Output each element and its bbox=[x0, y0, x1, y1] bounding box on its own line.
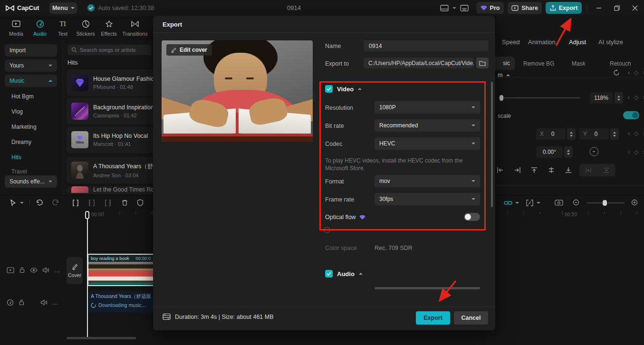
align-left-icon[interactable] bbox=[497, 167, 504, 173]
zoom-slider-handle[interactable] bbox=[603, 200, 607, 206]
x-stepper[interactable] bbox=[567, 128, 576, 140]
sidebar-item-vlog[interactable]: Vlog bbox=[11, 108, 23, 115]
close-button[interactable] bbox=[628, 0, 642, 16]
distribute-horizontal-icon[interactable] bbox=[585, 167, 592, 173]
sidebar-item-hot-bgm[interactable]: Hot Bgm bbox=[11, 93, 34, 100]
lock-icon[interactable] bbox=[19, 267, 25, 273]
scale-toggle[interactable] bbox=[623, 111, 639, 119]
sidebar-item-dreamy[interactable]: Dreamy bbox=[11, 139, 31, 145]
split-icon[interactable] bbox=[72, 200, 79, 206]
preview-axis-icon[interactable] bbox=[555, 200, 563, 206]
sidebar-item-music[interactable]: Music bbox=[5, 75, 57, 87]
section-collapse-icon[interactable] bbox=[506, 74, 510, 76]
framerate-select[interactable]: 30fps bbox=[375, 193, 480, 205]
browse-folder-button[interactable] bbox=[476, 58, 489, 68]
align-center-horizontal-icon[interactable] bbox=[548, 167, 555, 173]
codec-select[interactable]: HEVC bbox=[375, 137, 480, 150]
sidebar-item-yours[interactable]: Yours bbox=[5, 59, 57, 72]
zoom-in-icon[interactable] bbox=[631, 199, 638, 206]
tab-ai-stylize[interactable]: AI stylize bbox=[598, 38, 623, 46]
lock-icon[interactable] bbox=[19, 299, 25, 306]
preview-snap-icon[interactable] bbox=[526, 200, 534, 206]
video-clip[interactable]: boy reading a book 00:00:0 bbox=[87, 254, 154, 286]
undo-icon[interactable] bbox=[36, 199, 43, 206]
tab-adjust[interactable]: Adjust bbox=[569, 38, 586, 46]
music-track-item[interactable]: Vitine Its Hip Hop No Vocal Marscott · 0… bbox=[67, 126, 160, 153]
rotation-stepper[interactable] bbox=[564, 146, 573, 158]
resolution-select[interactable]: 1080P bbox=[375, 101, 480, 114]
eye-icon[interactable] bbox=[30, 268, 38, 273]
align-right-icon[interactable] bbox=[514, 167, 521, 173]
keyframe-nav[interactable]: ‹ ◇ › bbox=[628, 69, 644, 76]
position-y-field[interactable]: Y 0 bbox=[579, 128, 609, 140]
audio-checkbox[interactable] bbox=[325, 270, 333, 278]
export-path-field[interactable]: C:/Users/HP/AppData/Local/CapCut/Vide... bbox=[364, 58, 474, 68]
tab-audio[interactable]: Audio bbox=[28, 19, 52, 37]
subtab-mask[interactable]: Mask bbox=[572, 60, 586, 67]
tab-speed[interactable]: Speed bbox=[502, 38, 520, 46]
sidebar-item-import[interactable]: Import bbox=[5, 44, 57, 57]
music-track-item[interactable]: Let the Good Times Roll bbox=[67, 186, 160, 194]
subtab-remove-bg[interactable]: Remove BG bbox=[523, 60, 554, 67]
music-track-item[interactable]: A Thousand Years（舒适版） Andree Son · 03:04 bbox=[67, 157, 160, 183]
select-tool-chevron-icon[interactable] bbox=[20, 202, 24, 204]
position-x-field[interactable]: X 0 bbox=[536, 128, 566, 140]
rotation-dial-icon[interactable] bbox=[589, 146, 599, 157]
sidebar-item-marketing[interactable]: Marketing bbox=[11, 124, 37, 130]
reset-icon[interactable] bbox=[613, 69, 620, 77]
align-bottom-icon[interactable] bbox=[565, 167, 572, 173]
format-select[interactable]: mov bbox=[375, 175, 480, 187]
sidebar-item-travel[interactable]: Travel bbox=[11, 168, 27, 175]
music-track-item[interactable]: Background Inspiration M Cassiopeia · 01… bbox=[67, 98, 160, 125]
minimize-button[interactable] bbox=[592, 0, 606, 16]
rotation-field[interactable]: 0.00° bbox=[536, 146, 563, 158]
sidebar-item-sound-effects[interactable]: Sounds effe... bbox=[5, 175, 57, 188]
playhead-handle[interactable] bbox=[85, 211, 89, 219]
sidebar-item-hits[interactable]: Hits bbox=[11, 154, 21, 161]
tab-media[interactable]: Media bbox=[4, 19, 29, 37]
bitrate-select[interactable]: Recommended bbox=[375, 119, 480, 132]
cover-button[interactable]: Cover bbox=[67, 257, 83, 284]
timeline-h-scrollbar[interactable] bbox=[67, 337, 136, 339]
track-more-icon[interactable]: … bbox=[54, 267, 61, 274]
redo-icon[interactable] bbox=[52, 199, 59, 206]
delete-right-icon[interactable] bbox=[104, 200, 112, 206]
layout-panels-icon[interactable] bbox=[440, 5, 449, 11]
keyframe-nav[interactable]: ‹ ◇ › bbox=[628, 130, 644, 137]
tab-effects[interactable]: Effects bbox=[96, 19, 121, 37]
track-more-icon[interactable]: … bbox=[52, 299, 59, 306]
timeline-zoom-slider[interactable] bbox=[586, 202, 625, 203]
video-collapse-icon[interactable] bbox=[358, 88, 362, 90]
share-button[interactable]: Share bbox=[508, 2, 542, 14]
mute-icon[interactable] bbox=[42, 267, 49, 273]
scale-slider-handle[interactable] bbox=[500, 95, 503, 101]
subtab-retouch[interactable]: Retouch bbox=[610, 60, 631, 67]
y-stepper[interactable] bbox=[610, 128, 619, 140]
scale-slider[interactable] bbox=[499, 97, 580, 98]
delete-left-icon[interactable] bbox=[88, 200, 96, 206]
preview-chevron-icon[interactable] bbox=[537, 202, 540, 204]
dialog-v-scrollbar[interactable] bbox=[491, 82, 493, 207]
scale-value-field[interactable]: 118% bbox=[590, 92, 613, 104]
export-name-input[interactable] bbox=[364, 40, 489, 51]
edit-cover-button[interactable]: Edit cover bbox=[166, 44, 212, 56]
mask-shield-icon[interactable] bbox=[137, 199, 144, 206]
tab-transitions[interactable]: Transitions bbox=[120, 19, 150, 37]
layout-chevron-icon[interactable] bbox=[452, 7, 456, 9]
export-button-top[interactable]: Export bbox=[546, 2, 582, 14]
keyframe-nav[interactable]: ‹ ◇ › bbox=[628, 94, 644, 101]
restore-button[interactable] bbox=[610, 0, 624, 16]
zoom-out-icon[interactable] bbox=[573, 199, 580, 206]
distribute-vertical-icon[interactable] bbox=[603, 167, 610, 173]
select-tool-icon[interactable] bbox=[10, 199, 17, 206]
keyframe-nav[interactable]: ‹ ◇ › bbox=[628, 149, 644, 155]
pro-button[interactable]: Pro bbox=[476, 2, 504, 14]
search-box[interactable] bbox=[67, 45, 151, 55]
link-clips-icon[interactable] bbox=[504, 200, 512, 206]
tab-text[interactable]: TI Text bbox=[50, 19, 75, 37]
mute-icon[interactable] bbox=[40, 299, 48, 306]
align-top-icon[interactable] bbox=[531, 167, 538, 173]
export-confirm-button[interactable]: Export bbox=[416, 311, 450, 325]
optical-flow-toggle[interactable] bbox=[464, 213, 480, 221]
tab-stickers[interactable]: Stickers bbox=[73, 19, 98, 37]
